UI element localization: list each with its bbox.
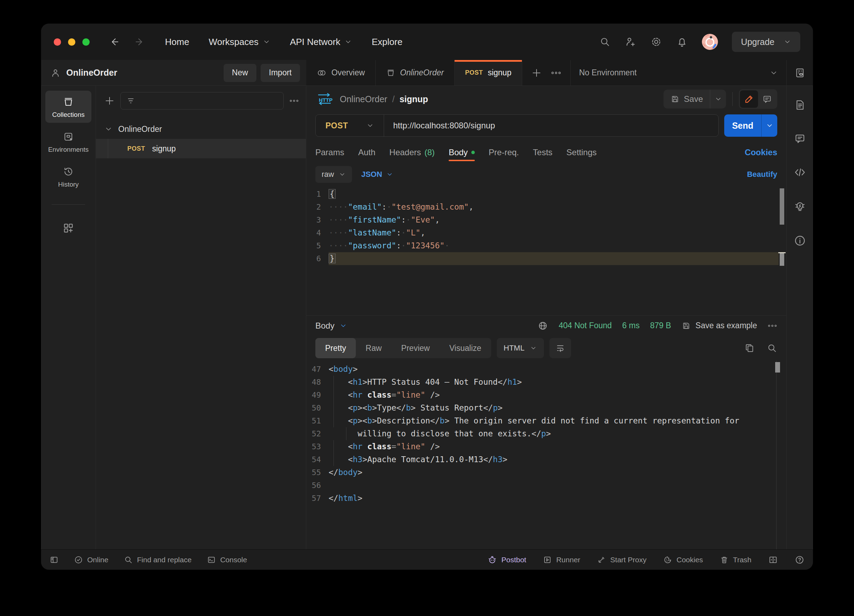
code-line[interactable]: 3····"firstName":·"Eve", bbox=[306, 213, 786, 226]
environment-quick-look-icon[interactable] bbox=[786, 60, 813, 85]
response-time-badge[interactable]: 6 ms bbox=[622, 321, 640, 330]
postbot-button[interactable]: Postbot bbox=[487, 555, 526, 565]
back-icon[interactable] bbox=[109, 37, 120, 47]
request-tab-settings[interactable]: Settings bbox=[567, 142, 597, 163]
breadcrumb-collection[interactable]: OnlineOrder bbox=[340, 94, 387, 104]
search-icon[interactable] bbox=[599, 36, 610, 47]
tab-options-icon[interactable] bbox=[551, 70, 561, 76]
code-line[interactable]: 55</body> bbox=[306, 466, 786, 479]
code-line[interactable]: 54 <h3>Apache Tomcat/11.0.0-M13</h3> bbox=[306, 453, 786, 466]
comments-icon[interactable] bbox=[758, 90, 776, 108]
cookies-link[interactable]: Cookies bbox=[745, 148, 777, 157]
request-body-editor[interactable]: 1{2····"email":·"test@gmail.com",3····"f… bbox=[306, 186, 786, 315]
environment-selector[interactable]: No Environment bbox=[571, 60, 786, 85]
toggle-sidebar-icon[interactable] bbox=[50, 555, 59, 564]
nav-workspaces[interactable]: Workspaces bbox=[209, 37, 270, 47]
code-line[interactable]: 1{ bbox=[306, 188, 786, 201]
insights-bulb-icon[interactable] bbox=[794, 200, 806, 213]
code-line[interactable]: 53 <hr class="line" /> bbox=[306, 440, 786, 453]
configure-sidebar-icon[interactable] bbox=[45, 217, 92, 238]
editor-scrollbar[interactable] bbox=[780, 188, 784, 225]
close-window-button[interactable] bbox=[54, 38, 61, 46]
request-tab-auth[interactable]: Auth bbox=[358, 142, 375, 163]
code-line[interactable]: 52 willing to disclose that one exists.<… bbox=[306, 427, 786, 440]
beautify-button[interactable]: Beautify bbox=[747, 170, 777, 179]
response-tab-visualize[interactable]: Visualize bbox=[439, 338, 491, 358]
code-line[interactable]: 47<body> bbox=[306, 363, 786, 376]
request-tab-tests[interactable]: Tests bbox=[533, 142, 553, 163]
copy-response-icon[interactable] bbox=[744, 343, 755, 353]
code-line[interactable]: 57</html> bbox=[306, 492, 786, 505]
url-input[interactable]: http://localhost:8080/signup bbox=[384, 121, 504, 130]
nav-explore[interactable]: Explore bbox=[372, 37, 402, 47]
wrap-lines-icon[interactable] bbox=[549, 338, 571, 358]
request-tab-prereq[interactable]: Pre-req. bbox=[489, 142, 519, 163]
method-selector[interactable]: POST bbox=[316, 115, 384, 136]
collection-filter-input[interactable] bbox=[120, 92, 284, 110]
new-tab-icon[interactable] bbox=[531, 68, 542, 78]
comments-icon[interactable] bbox=[794, 133, 806, 145]
code-line[interactable]: 6} bbox=[306, 252, 786, 265]
response-size-badge[interactable]: 879 B bbox=[650, 321, 671, 330]
code-line[interactable]: 2····"email":·"test@gmail.com", bbox=[306, 201, 786, 213]
request-tab-body[interactable]: Body bbox=[448, 142, 475, 163]
maximize-window-button[interactable] bbox=[82, 38, 90, 46]
find-and-replace-button[interactable]: Find and replace bbox=[124, 555, 192, 564]
code-line[interactable]: 48 <h1>HTTP Status 404 – Not Found</h1> bbox=[306, 376, 786, 389]
save-button[interactable]: Save bbox=[663, 94, 710, 104]
documentation-icon[interactable] bbox=[794, 99, 806, 111]
add-collection-icon[interactable] bbox=[104, 96, 115, 106]
info-icon[interactable] bbox=[794, 235, 806, 247]
response-body-dropdown[interactable]: Body bbox=[316, 321, 347, 331]
tab-overview[interactable]: Overview bbox=[306, 60, 376, 85]
response-scrollbar[interactable] bbox=[775, 362, 780, 372]
notifications-bell-icon[interactable] bbox=[676, 36, 688, 48]
edit-pencil-icon[interactable] bbox=[740, 90, 758, 108]
network-globe-icon[interactable] bbox=[538, 320, 548, 331]
nav-api-network[interactable]: API Network bbox=[290, 37, 352, 47]
connection-status[interactable]: Online bbox=[74, 555, 108, 564]
tab-collection-onlineorder[interactable]: OnlineOrder bbox=[376, 60, 454, 85]
code-line[interactable]: 51 <p><b>Description</b> The origin serv… bbox=[306, 415, 786, 427]
tab-request-signup[interactable]: POST signup bbox=[454, 60, 522, 85]
sidebar-item-environments[interactable]: Environments bbox=[45, 125, 92, 158]
sidebar-item-collections[interactable]: Collections bbox=[45, 91, 92, 123]
response-body-viewer[interactable]: 47<body>48 <h1>HTTP Status 404 – Not Fou… bbox=[306, 361, 786, 549]
runner-button[interactable]: Runner bbox=[543, 555, 580, 564]
request-tab-headers[interactable]: Headers(8) bbox=[389, 142, 435, 163]
body-mode-dropdown[interactable]: raw bbox=[316, 166, 352, 183]
trash-button[interactable]: Trash bbox=[720, 555, 752, 564]
console-button[interactable]: Console bbox=[207, 555, 247, 564]
code-snippet-icon[interactable] bbox=[794, 166, 806, 178]
upgrade-button[interactable]: Upgrade bbox=[732, 32, 800, 52]
avatar[interactable] bbox=[702, 34, 718, 50]
body-language-dropdown[interactable]: JSON bbox=[361, 170, 393, 179]
workspace-title[interactable]: OnlineOrder bbox=[50, 68, 117, 78]
code-line[interactable]: 56 bbox=[306, 479, 786, 492]
code-line[interactable]: 4····"lastName":·"L", bbox=[306, 226, 786, 239]
two-pane-layout-icon[interactable] bbox=[768, 555, 778, 565]
tree-collection-onlineorder[interactable]: OnlineOrder bbox=[96, 119, 306, 139]
search-response-icon[interactable] bbox=[767, 343, 777, 353]
response-menu-icon[interactable] bbox=[767, 323, 777, 328]
sidebar-item-history[interactable]: History bbox=[45, 160, 92, 192]
settings-gear-icon[interactable] bbox=[650, 36, 662, 48]
nav-home[interactable]: Home bbox=[165, 37, 189, 47]
save-options-chevron[interactable] bbox=[710, 90, 726, 108]
send-options-chevron[interactable] bbox=[761, 114, 777, 137]
save-as-example-button[interactable]: Save as example bbox=[682, 321, 757, 330]
code-line[interactable]: 5····"password":·"123456"· bbox=[306, 239, 786, 252]
invite-user-icon[interactable] bbox=[624, 36, 636, 48]
collection-menu-icon[interactable] bbox=[289, 98, 299, 103]
minimize-window-button[interactable] bbox=[68, 38, 75, 46]
response-tab-raw[interactable]: Raw bbox=[356, 338, 392, 358]
start-proxy-button[interactable]: Start Proxy bbox=[597, 555, 647, 564]
help-icon[interactable] bbox=[795, 555, 804, 565]
code-line[interactable]: 50 <p><b>Type</b> Status Report</p> bbox=[306, 401, 786, 415]
response-tab-pretty[interactable]: Pretty bbox=[316, 338, 356, 358]
new-button[interactable]: New bbox=[224, 64, 256, 82]
response-format-dropdown[interactable]: HTML bbox=[497, 338, 544, 358]
tree-request-signup[interactable]: POST signup bbox=[96, 139, 306, 159]
response-tab-preview[interactable]: Preview bbox=[392, 338, 439, 358]
response-status-badge[interactable]: 404 Not Found bbox=[558, 321, 612, 330]
